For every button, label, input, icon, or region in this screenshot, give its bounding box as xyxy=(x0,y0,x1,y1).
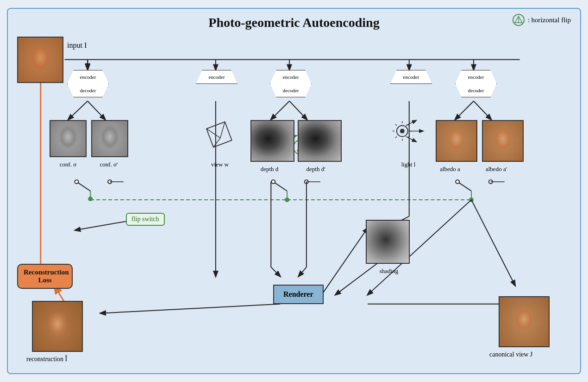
svg-point-38 xyxy=(489,180,493,184)
svg-line-24 xyxy=(76,182,90,191)
svg-point-26 xyxy=(108,180,112,184)
svg-point-32 xyxy=(305,180,308,184)
svg-line-81 xyxy=(406,137,416,142)
thumb-depth-d xyxy=(250,120,294,162)
recon-loss-label: Reconstruction Loss xyxy=(24,268,69,284)
enc-2: encoder xyxy=(196,70,238,84)
svg-line-13 xyxy=(88,101,105,120)
svg-line-63 xyxy=(225,122,232,140)
svg-line-56 xyxy=(471,200,515,286)
flip-switch-label: flip switch xyxy=(131,216,159,223)
svg-line-80 xyxy=(406,121,416,126)
thumb-conf-sigma-prime xyxy=(91,120,128,157)
label-view-w: view w xyxy=(201,161,238,168)
label-reconstruction: reconstruction Î xyxy=(26,356,67,363)
encoder-label-2: encoder xyxy=(196,70,238,84)
svg-line-68 xyxy=(206,129,220,138)
svg-line-76 xyxy=(408,137,409,138)
renderer-label: Renderer xyxy=(283,290,313,298)
thumb-conf-sigma xyxy=(50,120,87,157)
label-depth-d: depth d xyxy=(249,166,290,173)
main-diagram: Photo-geometric Autoencoding : horizonta… xyxy=(7,8,581,374)
svg-line-58 xyxy=(100,304,280,313)
label-conf-sigma: conf. σ xyxy=(45,161,91,168)
svg-point-25 xyxy=(75,180,78,184)
thumb-albedo-a-prime xyxy=(482,120,524,162)
enc-dec-3: encoder decoder xyxy=(270,70,312,97)
svg-line-66 xyxy=(213,138,220,147)
svg-line-36 xyxy=(457,182,471,191)
thumb-depth-d-prime xyxy=(298,120,342,162)
renderer-box: Renderer xyxy=(273,285,324,304)
svg-line-14 xyxy=(271,101,289,120)
label-shading: shading xyxy=(368,267,410,275)
decoder-label-1: decoder xyxy=(67,83,109,97)
enc-dec-5: encoder decoder xyxy=(455,70,497,97)
label-canonical-view: canonical view J xyxy=(489,351,532,358)
page-title: Photo-geometric Autoencoding xyxy=(8,9,580,30)
svg-line-67 xyxy=(220,122,225,138)
thumb-shading xyxy=(366,220,410,264)
label-depth-d-prime: depth d' xyxy=(295,166,337,173)
hflip-legend-label: : horizontal flip xyxy=(528,16,571,24)
svg-line-44 xyxy=(75,221,128,230)
encoder-label-4: encoder xyxy=(390,70,432,84)
svg-point-29 xyxy=(88,197,93,201)
label-albedo-a: albedo a xyxy=(429,166,471,173)
encoder-label-5: encoder xyxy=(455,70,497,84)
svg-point-70 xyxy=(400,129,405,134)
reconstruction-loss-box: Reconstruction Loss xyxy=(17,264,73,289)
svg-line-62 xyxy=(206,129,213,147)
svg-point-37 xyxy=(456,180,459,184)
enc-dec-1: encoder decoder xyxy=(67,70,109,97)
svg-line-30 xyxy=(273,182,287,191)
label-light-l: light l xyxy=(392,161,425,168)
svg-line-77 xyxy=(408,124,409,126)
svg-line-15 xyxy=(289,101,307,120)
input-label: input I xyxy=(67,41,87,50)
svg-line-50 xyxy=(299,267,307,276)
svg-point-69 xyxy=(397,126,408,137)
encoder-label-1: encoder xyxy=(67,70,109,84)
svg-point-31 xyxy=(271,180,275,184)
svg-point-35 xyxy=(285,197,289,202)
svg-line-55 xyxy=(336,260,382,295)
label-albedo-a-prime: albedo a' xyxy=(475,166,517,173)
decoder-label-3: decoder xyxy=(270,83,312,97)
svg-line-16 xyxy=(455,101,474,120)
svg-line-75 xyxy=(395,124,397,126)
input-image xyxy=(17,37,63,83)
svg-point-41 xyxy=(469,197,474,202)
svg-line-12 xyxy=(68,101,88,120)
svg-line-78 xyxy=(395,137,397,138)
svg-line-54 xyxy=(322,228,368,295)
svg-marker-61 xyxy=(206,122,232,147)
thumb-albedo-a xyxy=(436,120,477,162)
thumb-canonical-view xyxy=(499,296,550,347)
svg-line-17 xyxy=(474,101,491,120)
hflip-legend: : horizontal flip xyxy=(512,13,571,26)
encoder-label-3: encoder xyxy=(270,70,312,84)
decoder-label-5: decoder xyxy=(455,83,497,97)
label-conf-sigma-prime: conf. σ' xyxy=(86,161,132,168)
flip-switch-box: flip switch xyxy=(126,213,165,226)
enc-4: encoder xyxy=(390,70,432,84)
svg-line-65 xyxy=(213,140,232,147)
svg-line-48 xyxy=(271,267,280,276)
svg-line-64 xyxy=(206,122,225,129)
thumb-reconstruction xyxy=(32,301,83,352)
